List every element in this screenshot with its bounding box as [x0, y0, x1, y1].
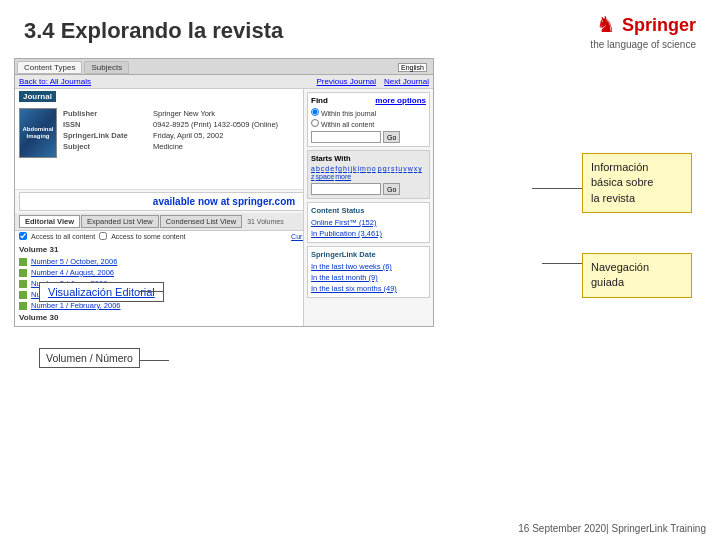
some-access-checkbox[interactable]: [99, 232, 107, 240]
springer-logo: ♞ Springer the language of science: [590, 12, 696, 50]
alpha-q[interactable]: q: [383, 165, 387, 172]
alpha-o[interactable]: o: [372, 165, 376, 172]
alpha-e[interactable]: e: [330, 165, 334, 172]
language-select[interactable]: English: [398, 63, 427, 72]
starts-with-title: Starts With: [311, 154, 426, 163]
alpha-x[interactable]: x: [414, 165, 418, 172]
springer-tagline: the language of science: [590, 39, 696, 50]
alpha-w[interactable]: w: [408, 165, 413, 172]
alpha-d[interactable]: d: [325, 165, 329, 172]
editorial-view-label[interactable]: Visualización Editorial: [39, 282, 164, 302]
browser-navbar: Back to: All Journals Previous Journal N…: [15, 75, 433, 89]
callout-nav-arrow: [542, 263, 582, 264]
vol-number-link[interactable]: Number 5 / October, 2006: [31, 257, 117, 266]
springer-horse-icon: ♞: [596, 12, 616, 38]
find-go-button[interactable]: Go: [383, 131, 400, 143]
callout-info-arrow: [532, 188, 582, 189]
editorial-view-tab[interactable]: Editorial View: [19, 215, 80, 228]
info-callout: Información básica sobre la revista: [582, 153, 692, 213]
find-search-input[interactable]: [311, 131, 381, 143]
nav-callout: Navegación guiada: [582, 253, 692, 298]
alpha-h[interactable]: h: [343, 165, 347, 172]
callout-nav-text: Navegación guiada: [591, 261, 649, 288]
more-options-link[interactable]: more options: [375, 96, 426, 105]
vol-number-link[interactable]: Number 1 / February, 2006: [31, 301, 121, 310]
alpha-n[interactable]: n: [367, 165, 371, 172]
content-status-box: Content Status Online First™ (152) In Pu…: [307, 202, 430, 243]
alpha-s[interactable]: s: [391, 165, 395, 172]
subject-label: Subject: [61, 141, 151, 152]
find-box: Find more options Within this journal Wi…: [307, 92, 430, 147]
access-dot-icon: [19, 291, 27, 299]
volume-count: 31 Volumes: [247, 218, 284, 225]
callout-info-text: Información básica sobre la revista: [591, 161, 653, 204]
alpha-f[interactable]: f: [335, 165, 337, 172]
page-header: 3.4 Explorando la revista ♞ Springer the…: [0, 0, 720, 58]
alpha-l[interactable]: l: [358, 165, 360, 172]
last-month-link[interactable]: In the last month (9): [311, 272, 426, 283]
issn-label: ISSN: [61, 119, 151, 130]
next-journal-link[interactable]: Next Journal: [384, 77, 429, 86]
alpha-more[interactable]: more: [335, 173, 351, 180]
vol-number-link[interactable]: Number 4 / August, 2006: [31, 268, 114, 277]
alpha-v[interactable]: v: [403, 165, 407, 172]
issn-value: 0942-8925 (Print) 1432-0509 (Online): [151, 119, 305, 130]
starts-with-input[interactable]: [311, 183, 381, 195]
access-dot-icon: [19, 302, 27, 310]
content-status-title: Content Status: [311, 206, 426, 215]
editorial-arrow: [139, 291, 164, 292]
page-title: 3.4 Explorando la revista: [24, 18, 283, 44]
prev-journal-link[interactable]: Previous Journal: [316, 77, 376, 86]
find-in-all-radio[interactable]: [311, 119, 319, 127]
alphabet-grid: a b c d e f g h i j k l m n o: [311, 165, 426, 180]
volumen-arrow: [139, 360, 169, 361]
subject-value: Medicine: [151, 141, 305, 152]
two-weeks-link[interactable]: In the last two weeks (6): [311, 261, 426, 272]
sl-date-title: SpringerLink Date: [311, 250, 426, 259]
starts-with-go-button[interactable]: Go: [383, 183, 400, 195]
some-access-label: Access to some content: [111, 233, 185, 240]
alpha-z[interactable]: z: [311, 173, 315, 180]
sl-date-box: SpringerLink Date In the last two weeks …: [307, 246, 430, 298]
journal-cover-image: AbdominalImaging: [19, 108, 57, 158]
alpha-m[interactable]: m: [360, 165, 366, 172]
in-publication-link[interactable]: In Publication (3,461): [311, 228, 426, 239]
full-access-checkbox[interactable]: [19, 232, 27, 240]
journal-section-label: Journal: [19, 91, 56, 102]
access-dot-icon: [19, 280, 27, 288]
alpha-u[interactable]: u: [398, 165, 402, 172]
tab-content-types[interactable]: Content Types: [17, 61, 82, 74]
alpha-y[interactable]: y: [418, 165, 422, 172]
online-first-link[interactable]: Online First™ (152): [311, 217, 426, 228]
alpha-j[interactable]: j: [350, 165, 352, 172]
starts-with-box: Starts With a b c d e f g h i j k l: [307, 150, 430, 199]
back-to-journals-link[interactable]: Back to: All Journals: [19, 77, 91, 86]
alpha-c[interactable]: c: [321, 165, 325, 172]
full-access-label: Access to all content: [31, 233, 95, 240]
find-title-label: Find: [311, 96, 328, 105]
tab-subjects[interactable]: Subjects: [84, 61, 129, 74]
alpha-k[interactable]: k: [353, 165, 357, 172]
springer-brand-name: Springer: [622, 15, 696, 36]
alpha-t[interactable]: t: [395, 165, 397, 172]
alpha-r[interactable]: r: [388, 165, 390, 172]
alpha-g[interactable]: g: [338, 165, 342, 172]
publisher-value: Springer New York: [151, 108, 305, 119]
volumen-numero-label: Volumen / Número: [39, 348, 140, 368]
alpha-a[interactable]: a: [311, 165, 315, 172]
alpha-space[interactable]: space: [316, 173, 335, 180]
date-value: Friday, April 05, 2002: [151, 130, 305, 141]
journal-metadata: Publisher Springer New York ISSN 0942-89…: [61, 108, 305, 185]
expanded-view-tab[interactable]: Expanded List View: [81, 215, 159, 228]
access-dot-icon: [19, 258, 27, 266]
condensed-view-tab[interactable]: Condensed List View: [160, 215, 242, 228]
alpha-p[interactable]: p: [378, 165, 382, 172]
alpha-b[interactable]: b: [316, 165, 320, 172]
six-months-link[interactable]: In the last six months (49): [311, 283, 426, 294]
footer-text: 16 September 2020| SpringerLink Training: [518, 523, 706, 534]
publisher-label: Publisher: [61, 108, 151, 119]
access-dot-icon: [19, 269, 27, 277]
find-in-journal-radio[interactable]: [311, 108, 319, 116]
right-sidebar: Find more options Within this journal Wi…: [303, 89, 433, 326]
date-label: SpringerLink Date: [61, 130, 151, 141]
